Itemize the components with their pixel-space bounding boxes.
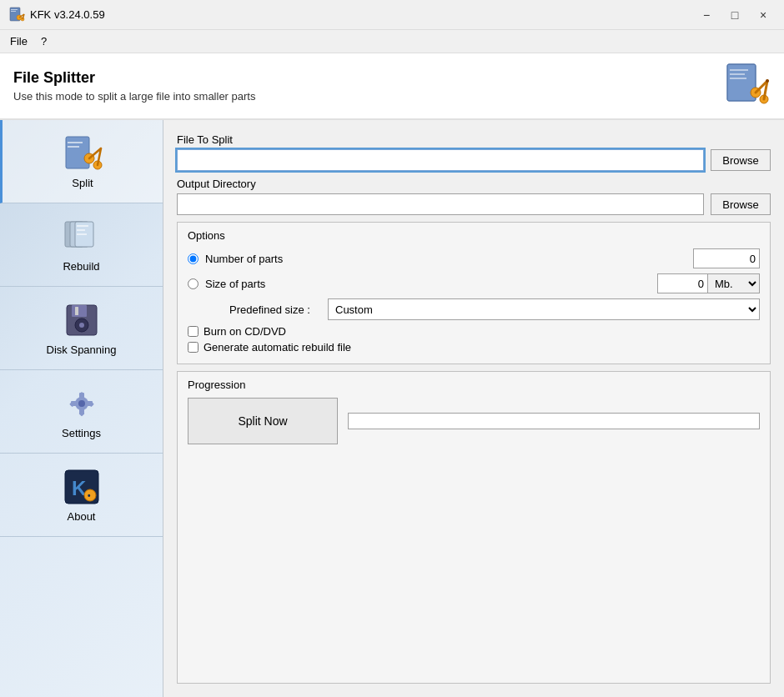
settings-icon xyxy=(62,384,102,424)
output-directory-group: Output Directory Browse xyxy=(177,178,771,215)
progression-content: Split Now xyxy=(188,398,760,444)
options-section: Options Number of parts Size of parts Mb… xyxy=(177,222,771,364)
number-of-parts-input[interactable] xyxy=(693,248,760,268)
svg-rect-17 xyxy=(66,137,89,168)
app-subtitle: Use this mode to split a large file into… xyxy=(13,90,255,103)
menu-bar: File ? xyxy=(0,30,784,53)
number-of-parts-label: Number of parts xyxy=(205,253,686,265)
svg-text:•: • xyxy=(88,491,91,500)
header-icon xyxy=(724,63,771,109)
options-title: Options xyxy=(188,229,760,242)
file-to-split-label: File To Split xyxy=(177,133,771,146)
size-input-group: Mb. Kb. Gb. Bytes xyxy=(657,273,760,293)
svg-rect-28 xyxy=(77,229,85,231)
split-icon xyxy=(63,133,103,173)
file-to-split-group: File To Split Browse xyxy=(177,133,771,171)
minimize-button[interactable]: − xyxy=(694,5,719,25)
output-input-row: Browse xyxy=(177,193,771,215)
generate-checkbox-row: Generate automatic rebuild file xyxy=(188,341,760,354)
file-to-split-input[interactable] xyxy=(177,149,704,171)
disk-spanning-icon xyxy=(62,300,102,340)
browse-file-button[interactable]: Browse xyxy=(711,149,771,171)
output-directory-input[interactable] xyxy=(177,193,704,215)
title-bar-left: KFK v3.24.0.59 xyxy=(8,7,105,23)
sidebar-label-disk-spanning: Disk Spanning xyxy=(47,343,117,356)
svg-point-16 xyxy=(766,79,769,83)
svg-rect-2 xyxy=(11,11,16,12)
svg-rect-10 xyxy=(730,73,745,75)
svg-point-34 xyxy=(79,323,84,328)
maximize-button[interactable]: □ xyxy=(722,5,747,25)
app-icon xyxy=(8,7,25,23)
sidebar-label-rebuild: Rebuild xyxy=(63,260,99,273)
progression-section: Progression Split Now xyxy=(177,371,771,684)
sidebar-item-split[interactable]: Split xyxy=(0,120,163,203)
sidebar-item-rebuild[interactable]: Rebuild xyxy=(0,203,163,287)
burn-cd-label: Burn on CD/DVD xyxy=(204,325,286,338)
size-of-parts-row: Size of parts Mb. Kb. Gb. Bytes xyxy=(188,273,760,293)
file-input-row: Browse xyxy=(177,149,771,171)
right-panel: File To Split Browse Output Directory Br… xyxy=(163,120,784,697)
output-directory-label: Output Directory xyxy=(177,178,771,190)
progression-title: Progression xyxy=(188,379,760,391)
split-now-button[interactable]: Split Now xyxy=(188,398,338,444)
burn-cd-checkbox[interactable] xyxy=(188,326,199,337)
main-content: Split Rebuild xyxy=(0,120,784,697)
sidebar-item-disk-spanning[interactable]: Disk Spanning xyxy=(0,287,163,370)
app-header: File Splitter Use this mode to split a l… xyxy=(0,53,784,120)
svg-rect-31 xyxy=(72,305,87,317)
menu-help[interactable]: ? xyxy=(34,33,53,49)
predefined-size-label: Predefined size : xyxy=(229,303,321,316)
sidebar: Split Rebuild xyxy=(0,120,163,697)
rebuild-icon xyxy=(62,217,102,257)
svg-rect-32 xyxy=(75,307,78,315)
number-of-parts-row: Number of parts xyxy=(188,248,760,268)
title-controls: − □ × xyxy=(694,5,776,25)
size-of-parts-radio[interactable] xyxy=(188,278,199,289)
app-title: File Splitter xyxy=(13,69,255,87)
burn-checkbox-row: Burn on CD/DVD xyxy=(188,325,760,338)
svg-rect-11 xyxy=(730,78,746,79)
svg-point-36 xyxy=(78,400,85,407)
title-bar: KFK v3.24.0.59 − □ × xyxy=(0,0,784,30)
number-of-parts-radio[interactable] xyxy=(188,253,199,264)
sidebar-label-settings: Settings xyxy=(62,427,101,439)
browse-output-button[interactable]: Browse xyxy=(711,193,771,215)
svg-rect-27 xyxy=(77,225,88,227)
sidebar-label-about: About xyxy=(68,510,96,523)
size-of-parts-label: Size of parts xyxy=(205,278,651,290)
size-of-parts-input[interactable] xyxy=(657,273,707,293)
menu-file[interactable]: File xyxy=(3,33,34,49)
predefined-size-select[interactable]: Custom CD 700MB DVD 4.7GB Floppy 1.44MB xyxy=(328,298,760,320)
svg-rect-9 xyxy=(730,69,748,71)
sidebar-item-settings[interactable]: Settings xyxy=(0,370,163,454)
sidebar-item-about[interactable]: K • About xyxy=(0,454,163,537)
about-icon: K • xyxy=(62,467,102,507)
unit-select[interactable]: Mb. Kb. Gb. Bytes xyxy=(707,273,760,293)
svg-rect-1 xyxy=(11,9,18,10)
generate-rebuild-checkbox[interactable] xyxy=(188,342,199,353)
svg-rect-19 xyxy=(68,146,79,148)
svg-rect-18 xyxy=(68,142,83,143)
window-title: KFK v3.24.0.59 xyxy=(30,8,105,21)
progress-bar xyxy=(348,413,760,429)
svg-rect-29 xyxy=(77,233,87,235)
sidebar-label-split: Split xyxy=(72,177,93,189)
generate-rebuild-label: Generate automatic rebuild file xyxy=(204,341,351,354)
header-left: File Splitter Use this mode to split a l… xyxy=(13,69,255,103)
predefined-size-row: Predefined size : Custom CD 700MB DVD 4.… xyxy=(188,298,760,320)
close-button[interactable]: × xyxy=(751,5,776,25)
